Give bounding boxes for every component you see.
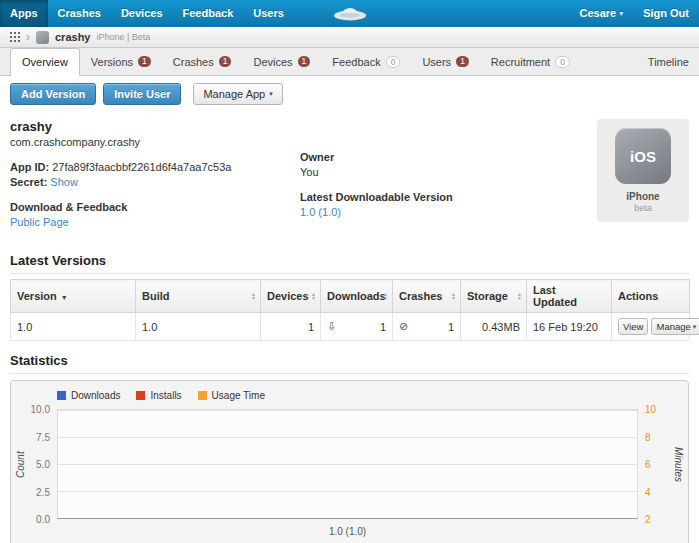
users-count-badge: 1: [456, 56, 469, 67]
column-label: Actions: [618, 290, 658, 302]
table-header-row: Version▼ Build ▲▼ Devices ▲▼ Downloads ▲…: [11, 280, 690, 313]
y-axis-tick-right: 4: [645, 486, 651, 497]
tab-label: Crashes: [173, 56, 214, 68]
tab-label: Recruitment: [491, 56, 550, 68]
column-label: Storage: [467, 290, 508, 302]
y-axis-tick-left: 0.0: [36, 514, 50, 525]
column-header-last-updated[interactable]: Last Updated: [527, 280, 612, 313]
tab-users[interactable]: Users 1: [411, 48, 479, 75]
column-label: Devices: [267, 290, 309, 302]
cell-crashes: ⊘ 1: [393, 313, 461, 341]
nav-item-users[interactable]: Users: [243, 0, 294, 27]
legend-swatch-icon: [57, 391, 66, 400]
tabs: Overview Versions 1 Crashes 1 Devices 1 …: [10, 48, 581, 75]
version-table-row[interactable]: 1.0 1.0 1 ⇩ 1 ⊘ 1: [11, 313, 690, 341]
app-id-label: App ID:: [10, 161, 49, 173]
column-label: Downloads: [327, 290, 386, 302]
app-id-row: App ID: 27fa89f3faacbbf2261d6f4a7aa7c53a: [10, 161, 300, 173]
secret-row: Secret: Show: [10, 176, 300, 188]
crash-icon: ⊘: [399, 321, 408, 332]
chart-plot-inner: [57, 409, 638, 519]
chevron-right-icon: ›: [26, 31, 30, 43]
nav-item-crashes[interactable]: Crashes: [48, 0, 111, 27]
column-label: Build: [142, 290, 170, 302]
chevron-down-icon: ▾: [693, 323, 697, 331]
tab-feedback[interactable]: Feedback 0: [321, 48, 411, 75]
chevron-down-icon: ▾: [619, 0, 623, 27]
latest-versions-title: Latest Versions: [10, 253, 689, 274]
tab-crashes[interactable]: Crashes 1: [162, 48, 243, 75]
view-version-button[interactable]: View: [618, 318, 648, 335]
crashes-value: 1: [448, 321, 454, 333]
apps-grid-icon[interactable]: [10, 32, 20, 42]
y-axis-tick-right: 6: [645, 459, 651, 470]
y-axis-tick-left: 7.5: [36, 431, 50, 442]
app-info-left-column: crashy com.crashcompany.crashy App ID: 2…: [10, 119, 300, 241]
sign-out-button[interactable]: Sign Out: [633, 0, 699, 27]
tab-bar: Overview Versions 1 Crashes 1 Devices 1 …: [0, 48, 699, 76]
show-secret-link[interactable]: Show: [50, 176, 78, 188]
invite-user-button[interactable]: Invite User: [103, 83, 181, 105]
hockeyapp-logo-icon[interactable]: [331, 0, 369, 27]
latest-version-link[interactable]: 1.0 (1.0): [300, 206, 341, 218]
owner-value: You: [300, 166, 319, 178]
tab-versions[interactable]: Versions 1: [80, 48, 162, 75]
tab-overview[interactable]: Overview: [10, 48, 80, 76]
timeline-link[interactable]: Timeline: [648, 56, 689, 68]
column-header-storage[interactable]: Storage ▲▼: [461, 280, 527, 313]
add-version-button[interactable]: Add Version: [10, 83, 96, 105]
latest-versions-section: Latest Versions Version▼ Build ▲▼ Device…: [0, 253, 699, 341]
ufo-saucer-icon: [331, 5, 369, 22]
tab-devices[interactable]: Devices 1: [242, 48, 321, 75]
manage-app-label: Manage App: [203, 88, 265, 100]
recruitment-count-badge: 0: [555, 56, 570, 68]
statistics-title: Statistics: [10, 353, 689, 374]
legend-label: Installs: [150, 390, 181, 401]
crashes-count-badge: 1: [219, 56, 232, 67]
chart-plot-area: 0.02.55.07.510.0 246810 1.0 (1.0) Versio…: [57, 409, 638, 519]
chart-gridline: [58, 491, 637, 492]
tab-label: Users: [422, 56, 451, 68]
nav-item-apps[interactable]: Apps: [0, 0, 48, 27]
chart-gridline: [58, 410, 637, 411]
breadcrumb-app-name[interactable]: crashy: [55, 31, 90, 43]
manage-version-button[interactable]: Manage ▾: [651, 318, 699, 335]
column-header-version[interactable]: Version▼: [11, 280, 136, 313]
cell-version: 1.0: [11, 313, 136, 341]
column-header-downloads[interactable]: Downloads ▲▼: [321, 280, 393, 313]
sort-desc-icon: ▼: [61, 294, 68, 301]
download-feedback-label: Download & Feedback: [10, 201, 300, 213]
manage-app-button[interactable]: Manage App ▾: [193, 83, 282, 105]
legend-label: Usage Time: [212, 390, 265, 401]
cell-last-updated: 16 Feb 19:20: [527, 313, 612, 341]
chart-gridline: [58, 464, 637, 465]
y-axis-ticks-right: 246810: [638, 409, 672, 519]
tab-label: Devices: [253, 56, 292, 68]
versions-count-badge: 1: [138, 56, 151, 67]
platform-device: iPhone: [597, 191, 689, 202]
y-axis-tick-left: 10.0: [31, 404, 50, 415]
y-axis-tick-right: 2: [645, 514, 651, 525]
nav-item-devices[interactable]: Devices: [111, 0, 173, 27]
nav-item-feedback[interactable]: Feedback: [173, 0, 244, 27]
tab-recruitment[interactable]: Recruitment 0: [480, 48, 581, 75]
column-header-build[interactable]: Build ▲▼: [136, 280, 261, 313]
hockeyapp-page: Apps Crashes Devices Feedback Users Cesa…: [0, 0, 699, 543]
action-bar: Add Version Invite User Manage App ▾: [0, 76, 699, 113]
column-label: Last Updated: [533, 284, 577, 308]
sort-icons: ▲▼: [517, 292, 522, 300]
statistics-section: Statistics DownloadsInstallsUsage Time C…: [0, 353, 699, 543]
breadcrumb-app-meta: iPhone | Beta: [96, 32, 150, 42]
manage-version-label: Manage: [656, 321, 690, 332]
legend-swatch-icon: [136, 391, 145, 400]
cell-storage: 0.43MB: [461, 313, 527, 341]
column-header-devices[interactable]: Devices ▲▼: [261, 280, 321, 313]
column-header-crashes[interactable]: Crashes ▲▼: [393, 280, 461, 313]
chevron-down-icon: ▾: [269, 90, 273, 98]
ios-app-icon: iOS: [615, 128, 671, 184]
user-menu-button[interactable]: Cesare ▾: [569, 0, 633, 27]
legend-swatch-icon: [198, 391, 207, 400]
x-axis-tick: 1.0 (1.0): [57, 526, 638, 537]
sort-icons: ▲▼: [383, 292, 388, 300]
public-page-link[interactable]: Public Page: [10, 216, 69, 228]
